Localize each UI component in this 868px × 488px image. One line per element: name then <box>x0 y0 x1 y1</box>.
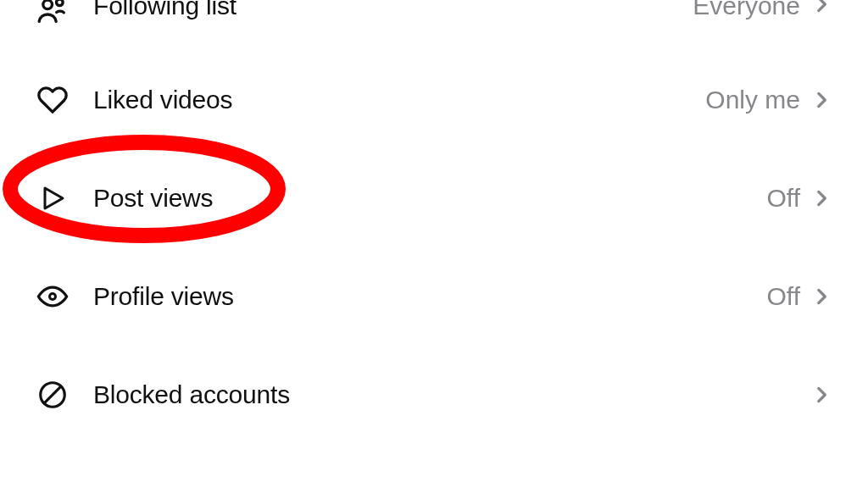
svg-point-0 <box>43 0 53 9</box>
row-blocked-accounts[interactable]: Blocked accounts <box>34 346 834 444</box>
row-value: Everyone <box>693 0 800 20</box>
eye-icon <box>34 278 71 315</box>
settings-list: Following list Everyone Liked videos Onl… <box>0 0 868 444</box>
play-icon <box>34 180 71 217</box>
chevron-right-icon <box>809 284 834 309</box>
row-value: Off <box>767 184 800 213</box>
chevron-right-icon <box>809 382 834 408</box>
row-following-list[interactable]: Following list Everyone <box>34 0 834 51</box>
people-icon <box>34 0 71 29</box>
row-label: Post views <box>93 184 213 213</box>
chevron-right-icon <box>809 186 834 211</box>
heart-icon <box>34 81 71 119</box>
row-label: Profile views <box>93 282 234 311</box>
svg-marker-2 <box>45 188 63 208</box>
svg-point-4 <box>51 295 54 298</box>
row-label: Liked videos <box>93 86 232 114</box>
row-label: Following list <box>93 0 236 20</box>
row-post-views[interactable]: Post views Off <box>34 149 834 247</box>
chevron-right-icon <box>809 0 834 17</box>
row-value: Off <box>767 282 800 311</box>
svg-line-6 <box>44 386 61 403</box>
row-liked-videos[interactable]: Liked videos Only me <box>34 51 834 149</box>
row-profile-views[interactable]: Profile views Off <box>34 247 834 346</box>
chevron-right-icon <box>809 87 834 113</box>
row-value: Only me <box>705 86 800 114</box>
row-label: Blocked accounts <box>93 380 290 409</box>
block-icon <box>34 376 71 413</box>
svg-point-1 <box>57 0 64 6</box>
